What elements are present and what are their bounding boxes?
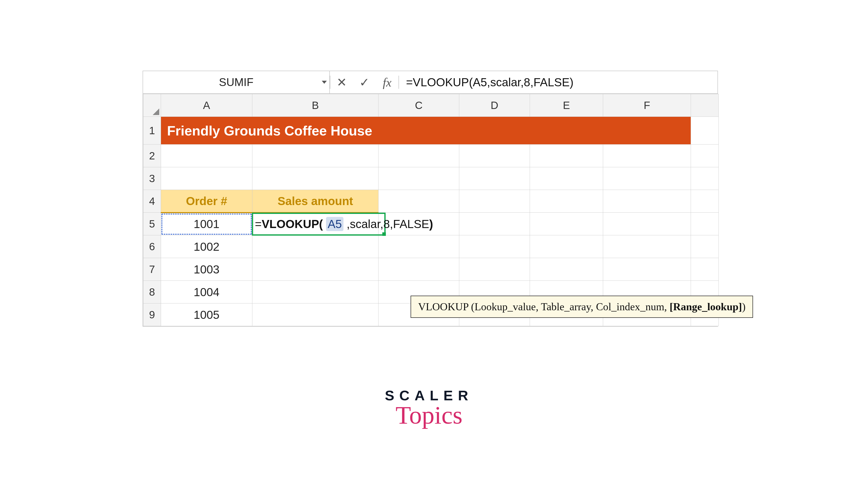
cell[interactable] <box>691 258 719 281</box>
cell-B5-editing[interactable]: =VLOOKUP( A5 ,scalar,8,FALSE) <box>252 213 379 235</box>
cell[interactable] <box>530 167 603 190</box>
function-tooltip: VLOOKUP (Lookup_value, Table_array, Col_… <box>411 296 753 318</box>
accept-icon[interactable]: ✓ <box>353 71 376 93</box>
col-header-E[interactable]: E <box>530 94 603 117</box>
cell[interactable] <box>603 235 691 258</box>
formula-bar: SUMIF ✕ ✓ fx =VLOOKUP(A5,scalar,8,FALSE) <box>143 71 717 94</box>
edit-prefix: = <box>255 217 262 230</box>
cell[interactable] <box>459 213 530 235</box>
cell[interactable] <box>252 167 379 190</box>
cell[interactable] <box>252 304 379 326</box>
name-box[interactable]: SUMIF <box>143 71 330 93</box>
cell[interactable] <box>459 145 530 167</box>
select-all-corner[interactable] <box>143 94 161 117</box>
row-7: 7 1003 <box>143 258 719 281</box>
name-box-text: SUMIF <box>219 76 254 88</box>
cell[interactable] <box>459 190 530 213</box>
cell[interactable] <box>530 190 603 213</box>
row-4: 4 Order # Sales amount <box>143 190 719 213</box>
header-order[interactable]: Order # <box>161 190 252 213</box>
cell[interactable] <box>379 258 459 281</box>
row-3: 3 <box>143 167 719 190</box>
cell[interactable] <box>252 235 379 258</box>
col-header-B[interactable]: B <box>252 94 379 117</box>
scaler-topics-logo: SCALER Topics <box>385 387 473 429</box>
cell-A8[interactable]: 1004 <box>161 281 252 304</box>
formula-input[interactable]: =VLOOKUP(A5,scalar,8,FALSE) <box>399 71 717 93</box>
cell[interactable] <box>530 145 603 167</box>
cell[interactable] <box>603 145 691 167</box>
cell[interactable] <box>691 235 719 258</box>
cell[interactable] <box>691 167 719 190</box>
row-header-5[interactable]: 5 <box>143 213 161 235</box>
cell[interactable] <box>691 145 719 167</box>
cell-A6[interactable]: 1002 <box>161 235 252 258</box>
row-header-2[interactable]: 2 <box>143 145 161 167</box>
row-6: 6 1002 <box>143 235 719 258</box>
col-header-tail <box>691 94 719 117</box>
excel-window: SUMIF ✕ ✓ fx =VLOOKUP(A5,scalar,8,FALSE)… <box>143 71 718 327</box>
logo-line2: Topics <box>385 401 473 429</box>
col-header-F[interactable]: F <box>603 94 691 117</box>
cell[interactable] <box>459 258 530 281</box>
cell-A5[interactable]: 1001 <box>161 213 252 235</box>
cell[interactable] <box>530 235 603 258</box>
tooltip-close: ) <box>742 301 745 312</box>
edit-arg1: A5 <box>326 217 343 231</box>
row-header-8[interactable]: 8 <box>143 281 161 304</box>
row-header-1[interactable]: 1 <box>143 117 161 145</box>
edit-close: ) <box>429 217 433 230</box>
cell[interactable] <box>691 117 719 145</box>
cancel-icon[interactable]: ✕ <box>330 71 353 93</box>
chevron-down-icon[interactable] <box>322 81 327 84</box>
cell[interactable] <box>252 258 379 281</box>
cell[interactable] <box>603 213 691 235</box>
column-header-row: A B C D E F <box>143 94 719 117</box>
cell[interactable] <box>161 145 252 167</box>
cell[interactable] <box>252 281 379 304</box>
tooltip-text: VLOOKUP (Lookup_value, Table_array, Col_… <box>418 301 669 312</box>
cell[interactable] <box>603 190 691 213</box>
cell[interactable] <box>691 213 719 235</box>
col-header-C[interactable]: C <box>379 94 459 117</box>
cell-A9[interactable]: 1005 <box>161 304 252 326</box>
spreadsheet-grid[interactable]: A B C D E F 1 Friendly Grounds Coffee Ho… <box>143 94 719 326</box>
fx-icon[interactable]: fx <box>376 71 398 93</box>
cell[interactable] <box>603 167 691 190</box>
header-sales[interactable]: Sales amount <box>252 190 379 213</box>
row-header-3[interactable]: 3 <box>143 167 161 190</box>
cell[interactable] <box>603 258 691 281</box>
cell[interactable] <box>379 235 459 258</box>
tooltip-bold: [Range_lookup] <box>669 301 742 312</box>
cell[interactable] <box>379 167 459 190</box>
cell[interactable] <box>459 235 530 258</box>
row-1: 1 Friendly Grounds Coffee House <box>143 117 719 145</box>
cell[interactable] <box>691 190 719 213</box>
edit-rest: ,scalar,8,FALSE <box>344 217 429 230</box>
title-banner[interactable]: Friendly Grounds Coffee House <box>161 117 691 145</box>
cell[interactable] <box>530 258 603 281</box>
row-header-4[interactable]: 4 <box>143 190 161 213</box>
row-2: 2 <box>143 145 719 167</box>
cell[interactable] <box>252 145 379 167</box>
edit-func: VLOOKUP( <box>262 217 323 230</box>
row-header-7[interactable]: 7 <box>143 258 161 281</box>
cell[interactable] <box>379 145 459 167</box>
edit-text: =VLOOKUP( A5 ,scalar,8,FALSE) <box>255 217 433 231</box>
col-header-D[interactable]: D <box>459 94 530 117</box>
row-header-9[interactable]: 9 <box>143 304 161 326</box>
cell[interactable] <box>530 213 603 235</box>
cell[interactable] <box>459 167 530 190</box>
col-header-A[interactable]: A <box>161 94 252 117</box>
cell[interactable] <box>379 190 459 213</box>
row-5: 5 1001 =VLOOKUP( A5 ,scalar,8,FALSE) <box>143 213 719 235</box>
cell-A7[interactable]: 1003 <box>161 258 252 281</box>
cell[interactable] <box>161 167 252 190</box>
row-header-6[interactable]: 6 <box>143 235 161 258</box>
